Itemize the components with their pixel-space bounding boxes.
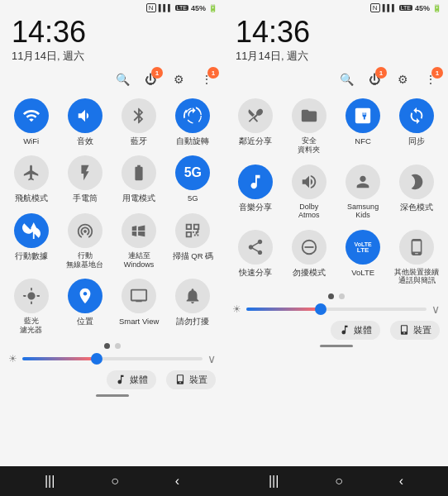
tile-nearby[interactable]: 鄰近分享 xyxy=(229,93,281,158)
tile-windows[interactable]: 連結至Windows xyxy=(113,208,165,273)
more-icon-right[interactable]: ⋮ 1 xyxy=(422,70,440,88)
volte-label: VoLTE xyxy=(351,268,374,277)
bottom-nav-left: ||| ○ ‹ xyxy=(0,466,224,496)
tile-secure-folder[interactable]: 安全資料夾 xyxy=(283,93,335,158)
tile-dolby[interactable]: DolbyAtmos xyxy=(283,160,335,224)
settings-icon-right[interactable]: ⚙ xyxy=(393,70,412,88)
tile-nfc[interactable]: NFC xyxy=(337,93,389,158)
tile-sync[interactable]: 同步 xyxy=(391,93,443,158)
dnd-icon xyxy=(175,279,210,313)
quick-share-icon xyxy=(238,230,273,265)
brightness-thumb-left xyxy=(91,353,102,365)
tile-smartview[interactable]: Smart View xyxy=(113,274,165,338)
bluetooth-label: 藍牙 xyxy=(131,136,147,145)
location-icon xyxy=(68,279,102,313)
media-device-row-left: 媒體 裝置 xyxy=(0,367,224,391)
tile-dark-mode[interactable]: 深色模式 xyxy=(391,160,443,224)
power-badge-right: 1 xyxy=(375,67,387,79)
tile-dnd2[interactable]: 勿擾模式 xyxy=(283,225,335,288)
back-icon-right[interactable]: ‹ xyxy=(399,474,403,489)
rotate-icon xyxy=(175,98,210,133)
dolby-label: DolbyAtmos xyxy=(298,203,320,221)
nfc-indicator-right: N xyxy=(370,3,380,12)
windows-label: 連結至Windows xyxy=(124,251,155,269)
tile-bluetooth[interactable]: 藍牙 xyxy=(113,93,165,149)
tile-kids[interactable]: SamsungKids xyxy=(337,160,389,224)
home-icon-left[interactable]: ○ xyxy=(111,474,119,489)
time-date-right: 14:36 11月14日, 週六 xyxy=(224,14,448,69)
brightness-low-icon-right: ☀ xyxy=(232,303,241,315)
tile-hotspot[interactable]: 行動無線基地台 xyxy=(59,208,111,273)
battery-icon-left: 🔋 xyxy=(208,4,217,12)
more-icon[interactable]: ⋮ 1 xyxy=(198,70,216,88)
search-icon-right[interactable]: 🔍 xyxy=(337,70,355,88)
dark-mode-icon xyxy=(399,165,434,199)
home-icon-right[interactable]: ○ xyxy=(335,474,343,489)
hotspot-label: 行動無線基地台 xyxy=(66,251,103,269)
tile-5g[interactable]: 5G 5G xyxy=(167,150,219,206)
power-icon[interactable]: ⏻ 1 xyxy=(141,70,160,88)
airplane-label: 飛航模式 xyxy=(15,193,48,203)
tile-music-share[interactable]: 音樂分享 xyxy=(229,160,281,224)
media-button-right[interactable]: 媒體 xyxy=(331,321,380,340)
tile-battery-mode[interactable]: 用電模式 xyxy=(113,150,165,206)
page-dots-right xyxy=(224,290,448,301)
tile-volte[interactable]: VoLTE LTE VoLTE xyxy=(337,225,389,288)
power-icon-right[interactable]: ⏻ 1 xyxy=(365,70,384,88)
bottom-nav-right: ||| ○ ‹ xyxy=(224,466,448,496)
date-right: 11月14日, 週六 xyxy=(236,49,436,64)
toolbar-right: 🔍 ⏻ 1 ⚙ ⋮ 1 xyxy=(224,69,448,92)
recent-apps-icon-right[interactable]: ||| xyxy=(269,474,279,489)
sound-icon xyxy=(68,98,102,133)
device-label-right: 裝置 xyxy=(413,324,431,336)
tile-bluelight[interactable]: 藍光濾光器 xyxy=(5,274,57,338)
brightness-expand-left[interactable]: ∨ xyxy=(207,352,216,365)
status-bar-left: N ▌▌▌ LTE 45% 🔋 xyxy=(0,0,224,14)
settings-icon[interactable]: ⚙ xyxy=(169,70,188,88)
tile-flashlight[interactable]: 手電筒 xyxy=(59,150,111,206)
bluelight-label: 藍光濾光器 xyxy=(20,317,42,335)
sound-label: 音效 xyxy=(77,136,93,145)
brightness-slider-right[interactable] xyxy=(246,308,427,311)
tile-autorotate[interactable]: 自動旋轉 xyxy=(167,93,219,149)
brightness-thumb-right xyxy=(315,303,326,315)
wifi-label: WiFi xyxy=(23,136,39,145)
tile-dnd[interactable]: 請勿打擾 xyxy=(167,274,219,338)
tile-quick-share[interactable]: 快速分享 xyxy=(229,225,281,288)
bluelight-icon xyxy=(14,279,49,313)
tile-sound[interactable]: 音效 xyxy=(59,93,111,149)
location-label: 位置 xyxy=(77,317,93,326)
tile-airplane[interactable]: 飛航模式 xyxy=(5,150,57,206)
dot-1-right xyxy=(328,293,334,299)
flashlight-icon xyxy=(68,155,102,190)
dot-1-left xyxy=(104,343,110,349)
secure-folder-icon xyxy=(292,98,326,133)
media-device-row-right: 媒體 裝置 xyxy=(224,317,448,341)
device-button-left[interactable]: 裝置 xyxy=(166,370,216,389)
search-icon[interactable]: 🔍 xyxy=(113,70,131,88)
brightness-slider-left[interactable] xyxy=(22,357,203,360)
back-icon-left[interactable]: ‹ xyxy=(175,474,179,489)
brightness-expand-right[interactable]: ∨ xyxy=(431,303,440,316)
tile-location[interactable]: 位置 xyxy=(59,274,111,338)
brightness-row-left: ☀ ∨ xyxy=(0,351,224,367)
tile-wifi[interactable]: WiFi xyxy=(5,93,57,149)
signal-icons-left: ▌▌▌ xyxy=(159,4,173,12)
page-dots-left xyxy=(0,340,224,351)
kids-icon xyxy=(346,165,380,199)
right-panel: N ▌▌▌ LTE 45% 🔋 14:36 11月14日, 週六 🔍 ⏻ 1 ⚙… xyxy=(224,0,448,496)
hotspot-icon xyxy=(68,213,102,248)
tile-relay[interactable]: 其他裝置接續通話與簡訊 xyxy=(391,225,443,288)
dot-2-left xyxy=(115,343,121,349)
brightness-fill-left xyxy=(22,357,94,360)
recent-apps-icon-left[interactable]: ||| xyxy=(45,474,55,489)
toolbar-left: 🔍 ⏻ 1 ⚙ ⋮ 1 xyxy=(0,69,224,92)
tile-qr[interactable]: 掃描 QR 碼 xyxy=(167,208,219,273)
music-share-icon xyxy=(238,165,273,199)
tile-mobile-data[interactable]: 行動數據 xyxy=(5,208,57,273)
device-button-right[interactable]: 裝置 xyxy=(390,321,440,340)
time-right: 14:36 xyxy=(236,17,436,47)
media-button-left[interactable]: 媒體 xyxy=(107,370,156,389)
bluetooth-icon xyxy=(122,98,156,133)
power-badge: 1 xyxy=(151,67,163,79)
